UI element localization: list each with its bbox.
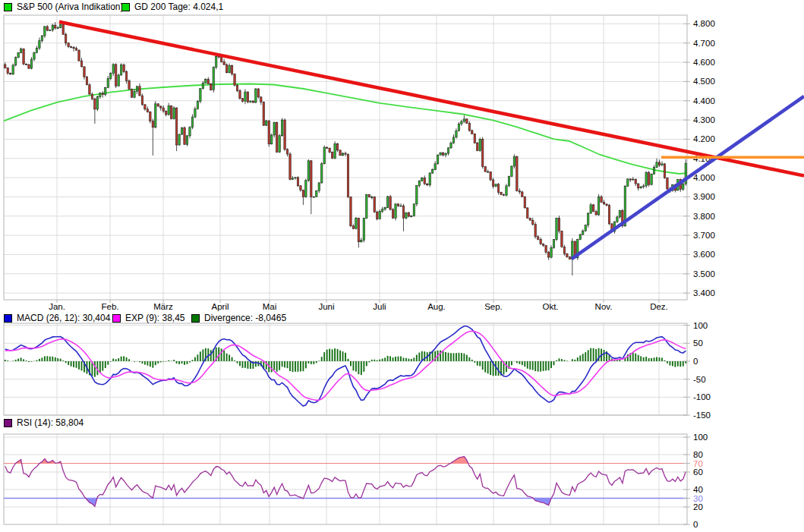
legend-item-divergence: Divergence: -8,0465 <box>191 313 286 323</box>
svg-text:3.500: 3.500 <box>693 269 715 279</box>
svg-text:Aug.: Aug. <box>427 302 446 311</box>
svg-text:4.200: 4.200 <box>693 134 715 143</box>
legend-label: GD 200 Tage: 4.024,1 <box>134 2 223 12</box>
svg-text:0: 0 <box>693 520 698 529</box>
svg-text:4.500: 4.500 <box>693 77 715 86</box>
rsi-panel <box>4 457 687 507</box>
legend-label: MACD (26, 12): 30,404 <box>17 313 110 323</box>
macd-grid <box>4 323 687 415</box>
svg-text:4.400: 4.400 <box>693 96 715 105</box>
svg-text:4.000: 4.000 <box>693 173 715 182</box>
svg-text:60: 60 <box>693 467 703 477</box>
series-color-swatch <box>112 314 121 323</box>
svg-text:-50: -50 <box>693 375 706 384</box>
legend-label: RSI (14): 58,804 <box>17 417 84 428</box>
svg-text:Sep.: Sep. <box>484 302 503 311</box>
legend-label: Divergence: -8,0465 <box>204 313 286 323</box>
macd-legend: MACD (26, 12): 30,404 EXP (9): 38,45 Div… <box>0 313 804 324</box>
legend-label: S&P 500 (Ariva Indikation) <box>17 2 124 12</box>
series-color-swatch <box>4 419 12 427</box>
series-color-swatch <box>191 314 200 323</box>
svg-text:Juni: Juni <box>318 302 334 311</box>
series-color-swatch <box>4 314 12 323</box>
svg-text:3.400: 3.400 <box>693 288 715 297</box>
legend-label: EXP (9): 38,45 <box>125 313 185 323</box>
svg-text:50: 50 <box>693 338 703 348</box>
svg-text:Dez.: Dez. <box>650 302 668 311</box>
legend-item-sp500: S&P 500 (Ariva Indikation) <box>4 2 124 12</box>
legend-item-exp: EXP (9): 38,45 <box>112 313 185 323</box>
macd-panel <box>5 326 686 406</box>
svg-text:-100: -100 <box>693 392 711 401</box>
rsi-line <box>5 457 686 507</box>
svg-text:80: 80 <box>693 450 703 459</box>
svg-text:100: 100 <box>693 433 708 442</box>
ariva-stock-chart-page: 4.8004.7004.6004.5004.4004.3004.2004.100… <box>0 0 804 532</box>
svg-text:Juli: Juli <box>373 302 386 311</box>
svg-text:Okt.: Okt. <box>542 302 558 311</box>
legend-item-rsi: RSI (14): 58,804 <box>4 417 84 428</box>
svg-text:4.700: 4.700 <box>693 39 715 48</box>
series-color-swatch <box>121 3 130 11</box>
svg-text:Nov.: Nov. <box>595 302 613 311</box>
svg-text:40: 40 <box>693 485 703 494</box>
macd-line <box>5 326 686 406</box>
svg-text:70: 70 <box>693 459 703 468</box>
x-axis-labels: Jan.Feb.MärzAprilMaiJuniJuliAug.Sep.Okt.… <box>49 300 668 311</box>
trendline-falling-resistance <box>59 22 804 176</box>
svg-text:3.900: 3.900 <box>693 192 715 201</box>
legend-item-gd200: GD 200 Tage: 4.024,1 <box>121 2 223 12</box>
price-grid <box>4 15 687 300</box>
svg-text:März: März <box>153 302 173 311</box>
series-color-swatch <box>4 3 12 11</box>
svg-text:3.700: 3.700 <box>693 231 715 240</box>
svg-text:April: April <box>211 302 229 311</box>
svg-text:20: 20 <box>693 502 703 512</box>
price-legend: S&P 500 (Ariva Indikation) GD 200 Tage: … <box>0 2 804 13</box>
svg-text:Mai: Mai <box>263 302 277 311</box>
svg-text:Jan.: Jan. <box>49 302 65 311</box>
legend-item-macd: MACD (26, 12): 30,404 <box>4 313 110 323</box>
macd-histogram <box>5 348 686 377</box>
svg-text:3.800: 3.800 <box>693 212 715 221</box>
svg-text:4.600: 4.600 <box>693 58 715 67</box>
svg-text:Feb.: Feb. <box>101 302 118 311</box>
svg-text:4.800: 4.800 <box>693 19 715 28</box>
svg-text:0: 0 <box>693 357 698 366</box>
rsi-legend: RSI (14): 58,804 <box>0 417 804 429</box>
stock-chart: 4.8004.7004.6004.5004.4004.3004.2004.100… <box>0 0 804 532</box>
svg-text:30: 30 <box>693 494 703 503</box>
svg-text:3.600: 3.600 <box>693 250 715 259</box>
svg-text:4.300: 4.300 <box>693 115 715 124</box>
rsi-grid <box>4 434 687 524</box>
